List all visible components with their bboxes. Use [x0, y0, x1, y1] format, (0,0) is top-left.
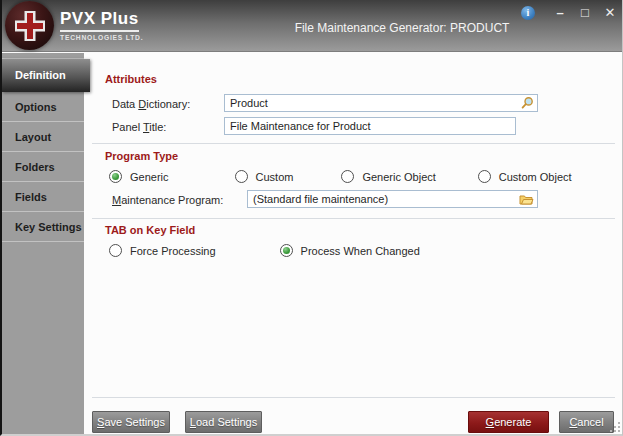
radio-process-when-changed-label: Process When Changed — [301, 245, 420, 257]
search-icon[interactable] — [520, 96, 534, 110]
sidebar-item-layout[interactable]: Layout — [2, 122, 84, 152]
logo-title: PVX Plus — [60, 9, 139, 32]
sidebar-item-definition[interactable]: Definition — [2, 59, 90, 92]
app-window: PVX Plus TECHNOLOGIES LTD. File Maintena… — [0, 0, 623, 436]
radio-generic[interactable]: Generic — [109, 170, 169, 183]
panel-title-label: Panel Title: — [112, 121, 166, 133]
radio-force-processing[interactable]: Force Processing — [109, 244, 216, 257]
label-mnemonic: M — [112, 194, 121, 206]
pvx-globe-logo-icon — [5, 1, 54, 50]
label-part: itle: — [149, 121, 166, 133]
info-icon[interactable]: i — [521, 6, 535, 20]
label-part: ictionary: — [146, 98, 190, 110]
window-controls: i – □ ✕ — [521, 4, 618, 22]
radio-force-processing-circle[interactable] — [109, 244, 122, 257]
sidebar-item-options[interactable]: Options — [2, 92, 84, 122]
data-dictionary-value: Product — [230, 95, 520, 111]
radio-custom-label: Custom — [256, 171, 294, 183]
window-title: File Maintenance Generator: PRODUCT — [212, 21, 592, 35]
sidebar-item-key-settings[interactable]: Key Settings — [2, 212, 84, 242]
panel-title-value: File Maintenance for Product — [230, 118, 515, 134]
tab-key-radio-group: Force Processing Process When Changed — [109, 244, 420, 257]
radio-custom-object-label: Custom Object — [499, 171, 572, 183]
label-part: aintenance Program: — [121, 194, 223, 206]
attributes-heading: Attributes — [105, 73, 157, 85]
label-part: ancel — [577, 416, 603, 428]
label-part: ave Settings — [104, 416, 165, 428]
label-part: enerate — [494, 416, 531, 428]
label-part: oad Settings — [196, 416, 257, 428]
logo-subtitle: TECHNOLOGIES LTD. — [60, 34, 143, 41]
minimize-button[interactable]: – — [552, 5, 568, 21]
radio-custom-object[interactable]: Custom Object — [478, 170, 572, 183]
generate-button[interactable]: Generate — [468, 411, 549, 433]
radio-generic-object[interactable]: Generic Object — [341, 170, 435, 183]
radio-custom-circle[interactable] — [235, 170, 248, 183]
maintenance-program-label: Maintenance Program: — [112, 194, 223, 206]
radio-generic-label: Generic — [130, 171, 169, 183]
program-type-heading: Program Type — [105, 150, 178, 162]
radio-generic-object-circle[interactable] — [341, 170, 354, 183]
save-settings-button[interactable]: Save Settings — [92, 411, 170, 433]
label-mnemonic: G — [486, 416, 495, 428]
radio-force-processing-label: Force Processing — [130, 245, 216, 257]
sidebar-item-folders[interactable]: Folders — [2, 152, 84, 182]
data-dictionary-label: Data Dictionary: — [112, 98, 190, 110]
radio-generic-circle[interactable] — [109, 170, 122, 183]
radio-generic-object-label: Generic Object — [362, 171, 435, 183]
radio-process-when-changed-circle[interactable] — [280, 244, 293, 257]
footer-divider — [92, 397, 615, 398]
radio-process-when-changed[interactable]: Process When Changed — [280, 244, 420, 257]
maintenance-program-input[interactable]: (Standard file maintenance) — [247, 190, 538, 208]
label-part: Panel — [112, 121, 143, 133]
section-divider — [92, 218, 615, 219]
resize-grip-icon[interactable] — [610, 422, 620, 432]
title-bar: PVX Plus TECHNOLOGIES LTD. File Maintena… — [2, 0, 622, 52]
program-type-radio-group: Generic Custom Generic Object Custom Obj… — [109, 170, 572, 183]
cancel-button[interactable]: Cancel — [559, 411, 614, 433]
data-dictionary-input[interactable]: Product — [224, 94, 538, 112]
logo: PVX Plus TECHNOLOGIES LTD. — [60, 9, 143, 41]
label-part: Data — [112, 98, 138, 110]
section-divider — [92, 143, 615, 144]
radio-custom-object-circle[interactable] — [478, 170, 491, 183]
tab-on-key-field-heading: TAB on Key Field — [105, 224, 195, 236]
close-button[interactable]: ✕ — [602, 5, 618, 21]
panel-title-input[interactable]: File Maintenance for Product — [224, 117, 516, 135]
sidebar-nav: Definition Options Layout Folders Fields… — [2, 53, 84, 434]
sidebar-item-fields[interactable]: Fields — [2, 182, 84, 212]
maintenance-program-value: (Standard file maintenance) — [253, 191, 519, 207]
radio-custom[interactable]: Custom — [235, 170, 294, 183]
maximize-button[interactable]: □ — [577, 5, 593, 21]
load-settings-button[interactable]: Load Settings — [185, 411, 262, 433]
folder-icon[interactable] — [519, 193, 534, 206]
